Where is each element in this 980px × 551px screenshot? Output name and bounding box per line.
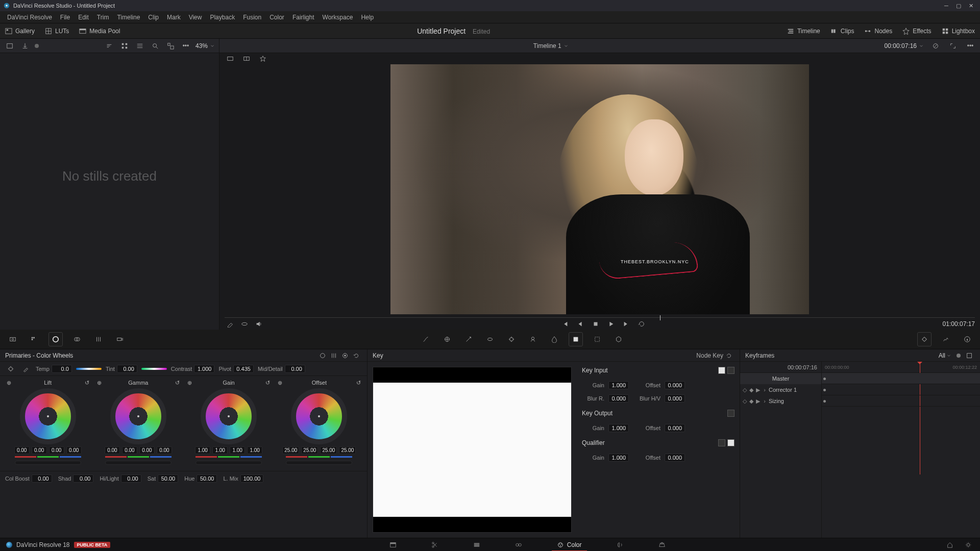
gain-y-wheel[interactable] xyxy=(195,461,262,465)
kf-expand-icon[interactable] xyxy=(964,350,975,361)
adj-shad-value[interactable]: 0.00 xyxy=(73,474,93,483)
menu-workspace[interactable]: Workspace xyxy=(318,14,357,21)
picker-icon[interactable] xyxy=(225,318,236,330)
key-blurr[interactable]: 0.000 xyxy=(608,394,629,403)
kf-row-sizing[interactable]: ◇◆▶› Sizing xyxy=(740,395,821,407)
qualifier-invert-toggle[interactable] xyxy=(727,439,734,446)
tint-slider[interactable] xyxy=(141,368,167,370)
timeline-selector[interactable]: Timeline 1 xyxy=(533,42,569,49)
gain-reset-icon[interactable]: ↺ xyxy=(264,379,272,386)
unmix-icon[interactable] xyxy=(239,318,250,330)
sort-icon[interactable] xyxy=(104,40,115,52)
window-minimize-button[interactable]: ─ xyxy=(940,1,952,11)
3d-icon[interactable] xyxy=(612,333,625,346)
mute-icon[interactable] xyxy=(253,318,264,330)
menu-view[interactable]: View xyxy=(185,14,206,21)
menu-playback[interactable]: Playback xyxy=(206,14,239,21)
kf-enable-icon[interactable]: ◆ xyxy=(749,387,754,392)
gain-color-wheel[interactable] xyxy=(201,388,257,444)
prev-clip-button[interactable] xyxy=(559,318,571,330)
adj-hue-value[interactable]: 50.00 xyxy=(197,474,217,483)
key-input-matte-toggle[interactable] xyxy=(718,367,725,374)
adj-colboost-value[interactable]: 0.00 xyxy=(32,474,52,483)
step-back-button[interactable] xyxy=(575,318,586,330)
thumbnail-size-icon[interactable] xyxy=(165,40,176,52)
loop-button[interactable] xyxy=(636,318,647,330)
zoom-percent-select[interactable]: 43% xyxy=(195,42,215,49)
node-key-label[interactable]: Node Key xyxy=(696,352,723,359)
key-input-invert-toggle[interactable] xyxy=(727,367,734,374)
color-wheels-icon[interactable] xyxy=(49,333,62,346)
kf-row-master[interactable]: Master xyxy=(740,373,821,384)
key-output-offset[interactable]: 0.000 xyxy=(665,424,685,432)
motion-effects-icon[interactable] xyxy=(113,333,127,346)
list-view-icon[interactable] xyxy=(134,40,145,52)
page-tab-media[interactable] xyxy=(384,540,402,549)
grid-view-icon[interactable] xyxy=(119,40,130,52)
page-tab-fairlight[interactable] xyxy=(611,540,629,549)
kf-row-corrector1[interactable]: ◇ ◆ ▶ › Corrector 1 xyxy=(740,384,821,395)
page-tab-color[interactable]: Color xyxy=(552,540,587,549)
gallery-toggle[interactable]: Gallery xyxy=(0,23,40,39)
viewer-options-icon[interactable]: ••• xyxy=(965,40,976,52)
window-close-button[interactable]: ✕ xyxy=(965,1,977,11)
stills-panel-icon[interactable] xyxy=(4,40,15,52)
timecode-display[interactable]: 00:00:07:16 xyxy=(885,42,924,49)
lift-y-wheel[interactable] xyxy=(15,461,81,465)
menu-fusion[interactable]: Fusion xyxy=(239,14,265,21)
offset-color-wheel[interactable] xyxy=(291,388,347,444)
kf-expand-arrow-icon[interactable]: › xyxy=(762,387,767,392)
key-blurhv[interactable]: 0.000 xyxy=(665,394,685,403)
lift-color-wheel[interactable] xyxy=(20,388,76,444)
gamma-value-2[interactable]: 0.00 xyxy=(139,446,155,454)
offset-y-wheel[interactable] xyxy=(286,461,352,465)
lift-value-2[interactable]: 0.00 xyxy=(49,446,64,454)
adj-lmix-value[interactable]: 100.00 xyxy=(240,474,264,483)
search-icon[interactable] xyxy=(150,40,161,52)
magic-mask-icon[interactable] xyxy=(526,333,540,346)
mediapool-toggle[interactable]: Media Pool xyxy=(74,23,125,39)
menu-file[interactable]: File xyxy=(56,14,74,21)
offset-value-3[interactable]: 25.00 xyxy=(339,446,356,454)
primaries-reset-icon[interactable] xyxy=(351,350,362,361)
gamma-value-0[interactable]: 0.00 xyxy=(105,446,120,454)
lift-picker-icon[interactable]: ⊕ xyxy=(5,379,12,386)
gain-picker-icon[interactable]: ⊕ xyxy=(186,379,193,386)
adj-hilight-value[interactable]: 0.00 xyxy=(121,474,141,483)
rgb-mixer-icon[interactable] xyxy=(92,333,105,346)
viewer-scrubber[interactable] xyxy=(225,314,975,318)
bars-mode-icon[interactable] xyxy=(328,350,339,361)
kf-lock-icon[interactable]: ◇ xyxy=(742,387,747,392)
tint-value[interactable]: 0.00 xyxy=(117,365,137,373)
gamma-y-wheel[interactable] xyxy=(105,461,172,465)
keyframes-panel-icon[interactable] xyxy=(918,333,931,346)
scopes-icon[interactable] xyxy=(939,333,952,346)
offset-value-0[interactable]: 25.00 xyxy=(282,446,299,454)
menu-edit[interactable]: Edit xyxy=(74,14,93,21)
timeline-toggle[interactable]: Timeline xyxy=(782,23,825,39)
lift-value-0[interactable]: 0.00 xyxy=(14,446,30,454)
temp-value[interactable]: 0.0 xyxy=(52,365,72,373)
window-icon[interactable] xyxy=(483,333,497,346)
adj-sat-value[interactable]: 50.00 xyxy=(158,474,178,483)
split-screen-icon[interactable] xyxy=(241,53,252,64)
info-icon[interactable] xyxy=(961,333,974,346)
image-wipe-icon[interactable] xyxy=(225,53,236,64)
key-input-offset[interactable]: 0.000 xyxy=(665,381,685,389)
qualifier-matte-toggle[interactable] xyxy=(718,439,725,446)
pivot-value[interactable]: 0.435 xyxy=(233,365,254,373)
tracking-icon[interactable] xyxy=(505,333,518,346)
sizing-icon[interactable] xyxy=(591,333,604,346)
gain-value-1[interactable]: 1.00 xyxy=(212,446,228,454)
home-button[interactable] xyxy=(944,539,955,550)
window-maximize-button[interactable]: ▢ xyxy=(952,1,965,11)
auto-balance-icon[interactable] xyxy=(5,363,16,374)
next-clip-button[interactable] xyxy=(621,318,632,330)
menu-color[interactable]: Color xyxy=(265,14,288,21)
gamma-picker-icon[interactable]: ⊕ xyxy=(95,379,103,386)
gamma-value-3[interactable]: 0.00 xyxy=(157,446,172,454)
page-tab-fusion[interactable] xyxy=(510,540,527,549)
wb-picker-icon[interactable] xyxy=(20,363,32,374)
menu-davinciresolve[interactable]: DaVinci Resolve xyxy=(3,14,56,21)
qualifier-gain[interactable]: 1.000 xyxy=(608,454,629,462)
